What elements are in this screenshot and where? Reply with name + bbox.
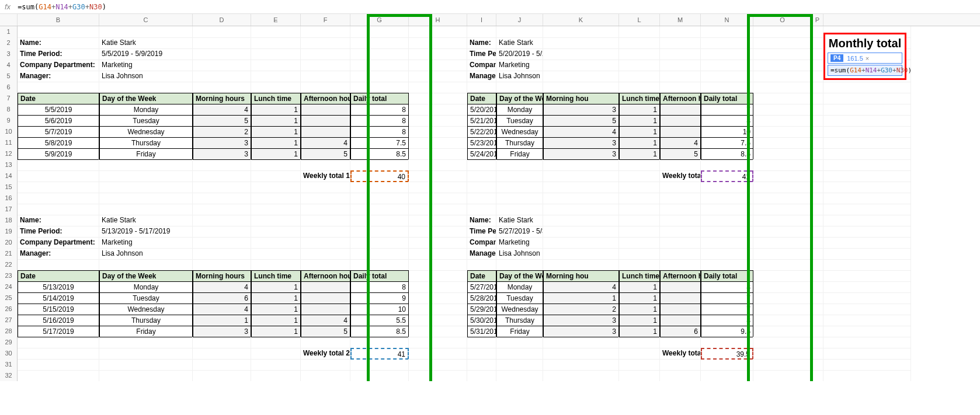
td-lunch[interactable]: 1 bbox=[619, 304, 660, 315]
cell[interactable] bbox=[409, 93, 467, 104]
cell[interactable] bbox=[99, 193, 193, 204]
col-header-J[interactable]: J bbox=[496, 14, 543, 26]
info-value[interactable]: Katie Stark bbox=[99, 37, 193, 49]
cell[interactable] bbox=[543, 226, 619, 238]
cell[interactable] bbox=[193, 248, 251, 260]
cell[interactable] bbox=[812, 248, 823, 260]
row-header-32[interactable]: 32 bbox=[0, 370, 18, 381]
cell[interactable] bbox=[660, 48, 701, 60]
td-lunch[interactable]: 1 bbox=[619, 115, 660, 127]
cell[interactable] bbox=[823, 115, 911, 127]
cell[interactable] bbox=[18, 82, 99, 93]
cell[interactable] bbox=[193, 82, 251, 93]
cell[interactable] bbox=[619, 193, 660, 204]
cell[interactable] bbox=[812, 48, 823, 60]
td-total[interactable]: 7.5 bbox=[350, 137, 409, 149]
weekly-total[interactable]: 41 bbox=[701, 170, 753, 182]
cell[interactable] bbox=[467, 259, 496, 271]
cell[interactable] bbox=[409, 359, 467, 371]
row-header-27[interactable]: 27 bbox=[0, 315, 18, 326]
cell[interactable] bbox=[251, 182, 301, 193]
td-total[interactable]: 7.5 bbox=[701, 137, 753, 149]
cell[interactable] bbox=[301, 215, 350, 226]
cell[interactable] bbox=[812, 126, 823, 138]
cell[interactable] bbox=[251, 215, 301, 226]
td-morning[interactable]: 3 bbox=[543, 326, 619, 337]
td-dow[interactable]: Wednesday bbox=[99, 126, 193, 138]
td-dow[interactable]: Tuesday bbox=[99, 115, 193, 127]
cell[interactable] bbox=[543, 337, 619, 348]
row-header-24[interactable]: 24 bbox=[0, 281, 18, 293]
td-lunch[interactable]: 1 bbox=[619, 281, 660, 293]
row-header-21[interactable]: 21 bbox=[0, 248, 18, 260]
cell[interactable] bbox=[619, 71, 660, 82]
td-lunch[interactable]: 1 bbox=[251, 148, 301, 160]
row-header-4[interactable]: 4 bbox=[0, 60, 18, 71]
cell[interactable] bbox=[409, 37, 467, 49]
row-header-17[interactable]: 17 bbox=[0, 204, 18, 215]
td-morning[interactable]: 3 bbox=[543, 148, 619, 160]
td-total[interactable]: 8.5 bbox=[350, 148, 409, 160]
cell[interactable] bbox=[823, 71, 911, 82]
cell[interactable] bbox=[823, 126, 911, 138]
col-header-H[interactable]: H bbox=[409, 14, 467, 26]
cell[interactable] bbox=[409, 115, 467, 127]
cell[interactable] bbox=[350, 37, 409, 49]
td-afternoon[interactable] bbox=[660, 281, 701, 293]
cell[interactable] bbox=[753, 204, 812, 215]
cell[interactable] bbox=[99, 170, 193, 182]
cell[interactable] bbox=[409, 270, 467, 282]
td-afternoon[interactable] bbox=[301, 126, 350, 138]
cell[interactable] bbox=[753, 148, 812, 160]
td-dow[interactable]: Tuesday bbox=[496, 292, 543, 304]
cell[interactable] bbox=[409, 370, 467, 381]
td-date[interactable]: 5/21/2019 bbox=[467, 115, 496, 127]
cell[interactable] bbox=[619, 370, 660, 381]
cell[interactable] bbox=[409, 248, 467, 260]
cell[interactable] bbox=[753, 215, 812, 226]
col-header-N[interactable]: N bbox=[701, 14, 753, 26]
row-header-3[interactable]: 3 bbox=[0, 48, 18, 60]
row-header-14[interactable]: 14 bbox=[0, 170, 18, 182]
info-value[interactable]: 5/5/2019 - 5/9/2019 bbox=[99, 48, 193, 60]
td-morning[interactable]: 3 bbox=[543, 137, 619, 149]
cell[interactable] bbox=[812, 26, 823, 38]
cell[interactable] bbox=[350, 259, 409, 271]
cell[interactable] bbox=[543, 170, 619, 182]
cell[interactable] bbox=[543, 248, 619, 260]
cell[interactable] bbox=[701, 82, 753, 93]
cell[interactable] bbox=[823, 193, 911, 204]
td-morning[interactable]: 1 bbox=[543, 292, 619, 304]
cell[interactable] bbox=[18, 26, 99, 38]
cell[interactable] bbox=[812, 204, 823, 215]
td-morning[interactable]: 4 bbox=[543, 281, 619, 293]
cell[interactable] bbox=[193, 204, 251, 215]
cell[interactable] bbox=[543, 182, 619, 193]
cell[interactable] bbox=[753, 159, 812, 171]
cell[interactable] bbox=[18, 348, 99, 360]
cell[interactable] bbox=[543, 370, 619, 381]
cell[interactable] bbox=[543, 82, 619, 93]
td-total[interactable]: 8.5 bbox=[350, 326, 409, 337]
cell[interactable] bbox=[753, 26, 812, 38]
cell[interactable] bbox=[301, 48, 350, 60]
cell[interactable] bbox=[619, 226, 660, 238]
cell[interactable] bbox=[99, 82, 193, 93]
cell[interactable] bbox=[660, 204, 701, 215]
cell[interactable] bbox=[701, 37, 753, 49]
cell[interactable] bbox=[812, 326, 823, 337]
cell[interactable] bbox=[543, 215, 619, 226]
cell[interactable] bbox=[753, 170, 812, 182]
row-header-10[interactable]: 10 bbox=[0, 126, 18, 138]
cell[interactable] bbox=[409, 182, 467, 193]
cell[interactable] bbox=[660, 37, 701, 49]
row-header-26[interactable]: 26 bbox=[0, 304, 18, 315]
cell[interactable] bbox=[18, 193, 99, 204]
cell[interactable] bbox=[753, 337, 812, 348]
cell[interactable] bbox=[660, 60, 701, 71]
cell[interactable] bbox=[619, 60, 660, 71]
cell[interactable] bbox=[301, 337, 350, 348]
cell[interactable] bbox=[660, 237, 701, 249]
cell[interactable] bbox=[301, 71, 350, 82]
cell[interactable] bbox=[99, 259, 193, 271]
